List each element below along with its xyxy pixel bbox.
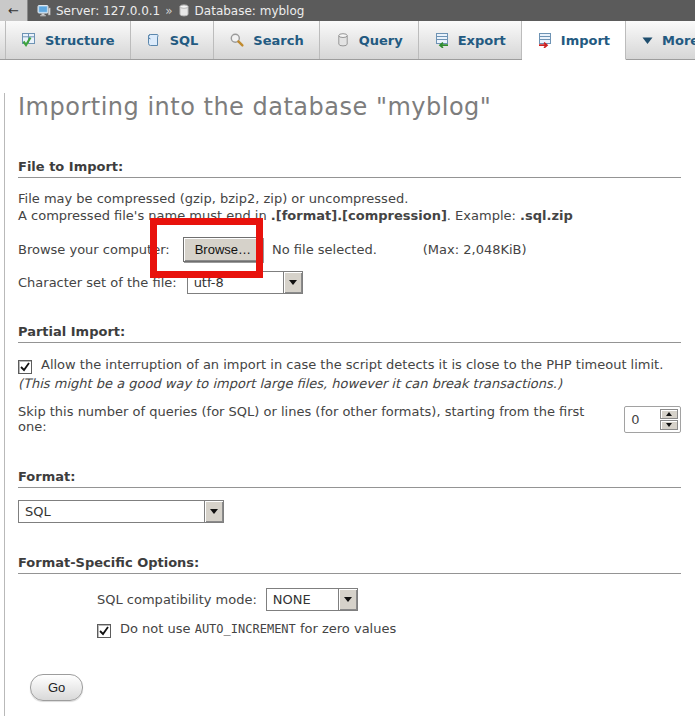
max-file-size-text: (Max: 2,048KiB) xyxy=(423,242,527,257)
tab-bar: Structure SQL Search Query Export Import xyxy=(0,21,695,60)
skip-queries-row: Skip this number of queries (for SQL) or… xyxy=(18,405,681,433)
auto-increment-checkbox[interactable] xyxy=(97,624,111,638)
charset-label: Character set of the file: xyxy=(18,275,177,290)
allow-interruption-text: Allow the interruption of an import in c… xyxy=(41,357,663,372)
section-heading-partial-import: Partial Import: xyxy=(18,324,681,343)
magnifier-icon xyxy=(229,32,245,48)
table-arrow-right-icon xyxy=(537,32,553,48)
chevron-down-icon xyxy=(641,34,654,47)
sql-compatibility-value: NONE xyxy=(267,589,338,610)
check-icon xyxy=(99,626,109,636)
tab-label: Export xyxy=(458,33,506,48)
tab-structure[interactable]: Structure xyxy=(5,21,131,59)
section-heading-file-to-import: File to Import: xyxy=(18,159,681,178)
tab-label: Query xyxy=(359,33,403,48)
section-heading-format: Format: xyxy=(18,469,681,488)
auto-increment-suffix: for zero values xyxy=(296,621,396,636)
spinner-up-button[interactable] xyxy=(660,409,678,419)
breadcrumb-bar: ← Server: 127.0.0.1 » Database: myblog xyxy=(0,0,695,21)
allow-interruption-row: Allow the interruption of an import in c… xyxy=(18,355,681,393)
spinner-down-button[interactable] xyxy=(660,420,678,430)
help-line2-example: .sql.zip xyxy=(520,208,573,223)
database-icon xyxy=(178,4,190,17)
no-file-selected-text: No file selected. xyxy=(272,242,377,257)
dropdown-arrow-icon xyxy=(204,501,223,522)
format-selected-value: SQL xyxy=(19,501,204,522)
tab-label: SQL xyxy=(170,33,199,48)
check-icon xyxy=(20,362,30,372)
file-import-help: File may be compressed (gzip, bzip2, zip… xyxy=(18,190,681,224)
tab-import[interactable]: Import xyxy=(522,21,626,60)
section-heading-format-specific: Format-Specific Options: xyxy=(18,555,681,574)
server-icon xyxy=(37,4,51,18)
sql-compatibility-label: SQL compatibility mode: xyxy=(97,592,257,607)
sql-scroll-icon xyxy=(146,32,162,48)
back-arrow-icon: ← xyxy=(8,3,19,18)
browse-button[interactable]: Browse… xyxy=(183,237,263,262)
tab-label: Search xyxy=(253,33,303,48)
tab-more[interactable]: More xyxy=(626,21,695,59)
breadcrumb-database-link[interactable]: Database: myblog xyxy=(195,4,305,18)
sql-compatibility-select[interactable]: NONE xyxy=(266,588,358,611)
breadcrumb-server-link[interactable]: Server: 127.0.0.1 xyxy=(56,4,160,18)
structure-table-check-icon xyxy=(21,32,37,48)
skip-queries-spinner[interactable]: 0 xyxy=(624,406,681,433)
dropdown-arrow-icon xyxy=(283,272,302,293)
back-button[interactable]: ← xyxy=(0,0,28,21)
charset-row: Character set of the file: utf-8 xyxy=(18,270,681,294)
skip-queries-label: Skip this number of queries (for SQL) or… xyxy=(18,404,614,434)
allow-interruption-note: (This might be a good way to import larg… xyxy=(18,376,562,391)
help-line1: File may be compressed (gzip, bzip2, zip… xyxy=(18,191,408,206)
tab-label: Structure xyxy=(45,33,115,48)
charset-select[interactable]: utf-8 xyxy=(187,271,303,294)
tab-query[interactable]: Query xyxy=(320,21,419,59)
help-line2-prefix: A compressed file's name must end in xyxy=(18,208,271,223)
table-arrow-left-icon xyxy=(434,32,450,48)
tab-sql[interactable]: SQL xyxy=(131,21,215,59)
skip-queries-value: 0 xyxy=(625,407,660,432)
tab-label: More xyxy=(662,33,695,48)
auto-increment-prefix: Do not use xyxy=(120,621,195,636)
auto-increment-row: Do not use AUTO_INCREMENT for zero value… xyxy=(97,621,681,638)
browse-label: Browse your computer: xyxy=(18,242,170,257)
format-select[interactable]: SQL xyxy=(18,500,224,523)
go-button[interactable]: Go xyxy=(30,674,83,701)
tab-export[interactable]: Export xyxy=(419,21,522,59)
tab-label: Import xyxy=(561,33,610,48)
page-title: Importing into the database "myblog" xyxy=(18,93,681,121)
database-cylinder-icon xyxy=(335,32,351,48)
help-line2-format: .[format].[compression] xyxy=(271,208,447,223)
auto-increment-code: AUTO_INCREMENT xyxy=(195,622,296,636)
breadcrumb-separator: » xyxy=(165,4,172,18)
allow-interruption-checkbox[interactable] xyxy=(18,360,32,374)
dropdown-arrow-icon xyxy=(338,589,357,610)
browse-file-row: Browse your computer: Browse… No file se… xyxy=(18,236,681,262)
tab-search[interactable]: Search xyxy=(214,21,319,59)
sql-compatibility-row: SQL compatibility mode: NONE xyxy=(97,588,681,611)
help-line2-mid: . Example: xyxy=(447,208,520,223)
charset-selected-value: utf-8 xyxy=(188,272,283,293)
main-content: Importing into the database "myblog" Fil… xyxy=(4,93,695,716)
